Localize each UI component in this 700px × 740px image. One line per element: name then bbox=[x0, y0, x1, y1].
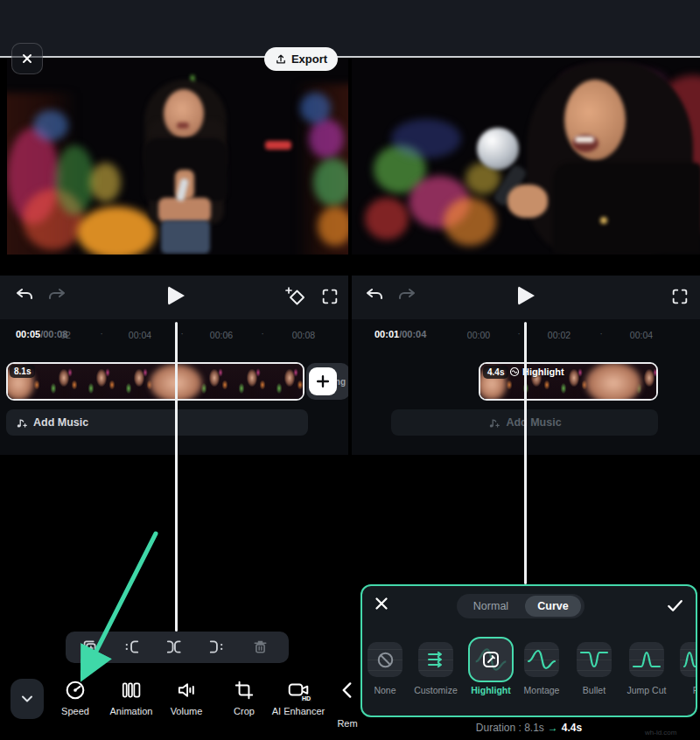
delete-button[interactable] bbox=[251, 638, 270, 656]
music-note-plus-icon bbox=[487, 416, 500, 429]
fullscreen-icon bbox=[670, 287, 690, 306]
play-icon bbox=[518, 286, 535, 305]
preset-montage[interactable] bbox=[524, 642, 559, 677]
toolbar-item-crop[interactable]: Crop bbox=[216, 679, 272, 717]
flash-curve-icon bbox=[682, 648, 697, 671]
plus-icon bbox=[315, 373, 331, 389]
clip-duration-badge: 8.1s bbox=[10, 365, 35, 378]
collapse-toolbar-button[interactable] bbox=[10, 679, 44, 719]
add-music-label: Add Music bbox=[33, 416, 88, 429]
duration-new: 4.4s bbox=[562, 722, 582, 734]
toolbar-item-speed[interactable]: Speed bbox=[47, 679, 103, 717]
speed-curve-icon bbox=[509, 367, 520, 377]
preview-player-left[interactable] bbox=[7, 58, 348, 255]
filmstrip-frame bbox=[585, 362, 641, 401]
panel-confirm-button[interactable] bbox=[665, 596, 685, 616]
preset-jump-cut[interactable] bbox=[629, 642, 664, 677]
speed-curve-panel: Normal Curve None Customize High bbox=[360, 584, 697, 717]
trim-right-icon bbox=[206, 638, 225, 656]
music-note-plus-icon bbox=[15, 416, 28, 429]
ruler-dot: · bbox=[261, 328, 264, 339]
hd-badge: HD bbox=[301, 695, 312, 702]
redo-button-right[interactable] bbox=[396, 285, 417, 306]
jumpcut-curve-icon bbox=[632, 648, 662, 671]
preset-label: Fla bbox=[666, 685, 697, 695]
play-button-right[interactable] bbox=[518, 286, 535, 305]
close-editor-button[interactable] bbox=[11, 43, 43, 74]
toolbar-item-ai-enhancer[interactable]: HD AI Enhancer bbox=[270, 679, 326, 717]
preset-customize[interactable] bbox=[418, 642, 453, 677]
annotation-arrow bbox=[73, 527, 169, 682]
ruler-dot: · bbox=[517, 328, 521, 339]
video-editor-app: Export 00:05/00:08 02 · 00:04 · 00:06 · … bbox=[0, 0, 700, 740]
preset-none[interactable] bbox=[368, 642, 402, 677]
play-button-left[interactable] bbox=[168, 286, 185, 305]
chevron-down-icon bbox=[18, 690, 36, 708]
export-label: Export bbox=[291, 52, 327, 66]
play-icon bbox=[168, 286, 185, 305]
ruler-tick: 00:02 bbox=[548, 330, 570, 340]
toolbar-label: Speed bbox=[61, 705, 89, 717]
check-icon bbox=[665, 596, 685, 616]
chevron-left-icon bbox=[336, 679, 359, 702]
effect-name: Highlight bbox=[522, 367, 564, 377]
undo-icon bbox=[364, 285, 385, 306]
arrow-right-icon: → bbox=[548, 722, 558, 734]
redo-button[interactable] bbox=[46, 285, 67, 306]
ruler-dot: · bbox=[180, 328, 184, 339]
redo-icon bbox=[396, 285, 417, 306]
close-icon bbox=[20, 52, 34, 66]
add-music-button-left[interactable]: Add Music bbox=[6, 409, 308, 436]
export-button[interactable]: Export bbox=[264, 47, 338, 71]
add-clip-button[interactable] bbox=[309, 367, 337, 395]
edit-icon bbox=[480, 649, 501, 670]
ruler-tick: 00:00 bbox=[467, 330, 490, 340]
tab-normal[interactable]: Normal bbox=[457, 594, 525, 618]
toolbar-label: Volume bbox=[171, 705, 203, 717]
fullscreen-button-left[interactable] bbox=[320, 287, 340, 306]
playhead-left[interactable] bbox=[175, 322, 178, 632]
video-clip-left[interactable] bbox=[6, 362, 304, 401]
preset-highlight[interactable] bbox=[468, 637, 514, 682]
montage-curve-icon bbox=[527, 648, 556, 671]
clip-effect-badge: Highlight bbox=[509, 367, 564, 377]
fullscreen-button-right[interactable] bbox=[670, 287, 690, 306]
ruler-dot: · bbox=[599, 328, 603, 339]
panel-close-button[interactable] bbox=[373, 595, 390, 612]
trim-right-button[interactable] bbox=[206, 638, 225, 656]
preset-bullet[interactable] bbox=[577, 642, 612, 677]
timecode-total: /00:04 bbox=[399, 329, 426, 339]
preview-player-right[interactable] bbox=[352, 58, 700, 255]
undo-button-right[interactable] bbox=[364, 285, 385, 306]
ruler-tick: 00:04 bbox=[129, 330, 151, 340]
playhead-right[interactable] bbox=[524, 322, 527, 584]
preview-top-border bbox=[0, 56, 700, 58]
keyframe-button[interactable] bbox=[284, 286, 305, 307]
fullscreen-icon bbox=[320, 287, 340, 306]
crop-icon bbox=[233, 679, 256, 702]
bullet-curve-icon bbox=[579, 648, 609, 671]
upload-icon bbox=[275, 53, 287, 66]
undo-button[interactable] bbox=[14, 285, 35, 306]
clip-duration-badge: 4.4s bbox=[483, 366, 508, 379]
timecode-current: 00:01 bbox=[374, 329, 399, 339]
ruler-tick: 00:06 bbox=[210, 330, 233, 340]
add-music-label: Add Music bbox=[506, 416, 561, 429]
ruler-tick: 02 bbox=[60, 330, 71, 340]
close-icon bbox=[373, 595, 390, 612]
trash-icon bbox=[251, 638, 270, 656]
toolbar-item-volume[interactable]: Volume bbox=[158, 679, 214, 717]
toolbar-label: Animation bbox=[110, 705, 153, 717]
block-icon bbox=[375, 650, 396, 670]
toolbar-label: AI Enhancer bbox=[271, 705, 326, 717]
toolbar-label: Crop bbox=[234, 705, 255, 717]
speed-mode-tabs: Normal Curve bbox=[457, 594, 584, 618]
timecode-current: 00:05 bbox=[16, 329, 40, 339]
undo-icon bbox=[14, 285, 35, 306]
top-bar bbox=[0, 0, 700, 58]
ruler-tick: 00:08 bbox=[292, 330, 315, 340]
preset-flash[interactable] bbox=[680, 642, 697, 677]
toolbar-item-animation[interactable]: Animation bbox=[103, 679, 159, 717]
keyframe-diamond-icon bbox=[284, 286, 305, 307]
tab-curve[interactable]: Curve bbox=[525, 596, 581, 617]
